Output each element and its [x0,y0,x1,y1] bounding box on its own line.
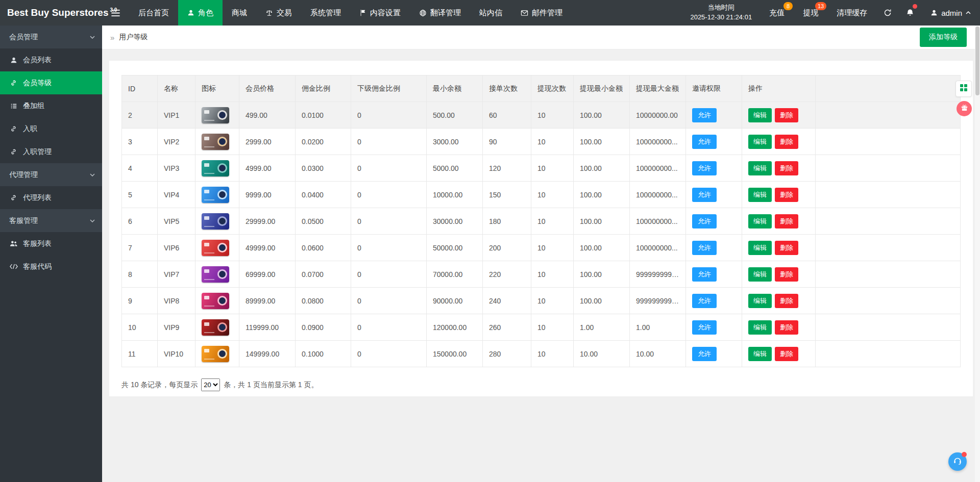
edit-button[interactable]: 编辑 [748,135,772,149]
edit-button[interactable]: 编辑 [748,161,772,175]
sidebar-item-member-management[interactable]: 会员管理 [0,26,102,48]
cell-commission: 0.1000 [296,341,351,367]
notifications-button[interactable] [899,0,921,26]
delete-button[interactable]: 删除 [775,294,798,308]
vip-card-image [202,160,229,176]
card-line [204,146,214,147]
cell-max-withdraw: 10000000.00 [630,102,686,129]
cell-min-withdraw: 100.00 [574,182,630,208]
cell-min-withdraw: 100.00 [574,235,630,261]
allow-button[interactable]: 允许 [692,135,717,149]
allow-button[interactable]: 允许 [692,108,717,122]
delete-button[interactable]: 删除 [775,241,798,255]
column-settings-button[interactable] [955,81,972,97]
nav-item-content[interactable]: 内容设置 [350,0,410,26]
allow-button[interactable]: 允许 [692,347,717,361]
admin-menu[interactable]: admin [921,0,980,26]
nav-item-mail[interactable]: 邮件管理 [511,0,572,26]
delete-button[interactable]: 删除 [775,188,798,202]
sidebar-item-agent-management[interactable]: 代理管理 [0,163,102,186]
nav-item-trade[interactable]: 交易 [256,0,301,26]
delete-button[interactable]: 删除 [775,108,798,122]
edit-button[interactable]: 编辑 [748,188,772,202]
sidebar-item-service-management[interactable]: 客服管理 [0,209,102,232]
table-row: 2VIP1499.000.01000500.006010100.00100000… [122,102,961,129]
sidebar-item-onboarding[interactable]: 入职 [0,117,102,140]
card-coin [217,190,227,199]
card-coin [217,216,227,226]
edit-button[interactable]: 编辑 [748,267,772,282]
grid-icon [960,84,967,93]
allow-button[interactable]: 允许 [692,320,717,335]
recharge-button[interactable]: 充值 8 [760,0,794,26]
sidebar-item-label: 代理管理 [9,170,38,180]
delete-button[interactable]: 删除 [775,161,798,175]
sidebar-item-member-level[interactable]: 会员等级 [0,71,102,94]
delete-button[interactable]: 删除 [775,267,798,282]
delete-button[interactable]: 删除 [775,320,798,335]
delete-button[interactable]: 删除 [775,135,798,149]
refresh-button[interactable] [876,0,899,26]
content-card: ID名称图标会员价格佣金比例下级佣金比例最小余额接单次数提现次数提现最小金额提现… [109,61,973,396]
nav-item-translate[interactable]: 翻译管理 [410,0,470,26]
allow-button[interactable]: 允许 [692,241,717,255]
cell-price: 119999.00 [239,314,296,341]
column-header: 最小余额 [427,75,483,102]
allow-button[interactable]: 允许 [692,188,717,202]
delete-button[interactable]: 删除 [775,214,798,229]
nav-item-label: 角色 [198,8,213,18]
allow-button[interactable]: 允许 [692,161,717,175]
cell-min-balance: 90000.00 [427,288,483,314]
scrollbar-thumb[interactable] [975,27,979,95]
edit-button[interactable]: 编辑 [748,347,772,361]
cell-orders: 260 [483,314,531,341]
edit-button[interactable]: 编辑 [748,108,772,122]
column-header: 邀请权限 [686,75,742,102]
edit-button[interactable]: 编辑 [748,320,772,335]
cell-sub-commission: 0 [351,235,427,261]
allow-button[interactable]: 允许 [692,214,717,229]
delete-button[interactable]: 删除 [775,347,798,361]
allow-button[interactable]: 允许 [692,267,717,282]
nav-item-dashboard[interactable]: 后台首页 [129,0,178,26]
nav-item-mall[interactable]: 商城 [223,0,256,26]
nav-item-system[interactable]: 系统管理 [301,0,350,26]
sidebar-item-agent-list[interactable]: 代理列表 [0,186,102,209]
withdraw-button[interactable]: 提现 13 [794,0,827,26]
sidebar-item-service-code[interactable]: 客服代码 [0,255,102,278]
sidebar-item-member-list[interactable]: 会员列表 [0,48,102,71]
nav-item-messages[interactable]: 站内信 [470,0,511,26]
main-area: » 用户等级 添加等级 ID名称图标会员价格佣金比例下级佣金比例最小余额接单次数… [102,26,980,482]
cell-commission: 0.0500 [296,208,351,235]
user-icon [9,57,18,64]
cell-orders: 220 [483,261,531,288]
add-level-button[interactable]: 添加等级 [920,28,967,47]
edit-button[interactable]: 编辑 [748,214,772,229]
edit-button[interactable]: 编辑 [748,241,772,255]
customer-service-button[interactable] [948,452,967,471]
allow-button[interactable]: 允许 [692,294,717,308]
cell-id: 11 [122,341,158,367]
cell-actions: 编辑删除 [742,288,816,314]
vertical-scrollbar[interactable] [975,26,980,482]
cell-sub-commission: 0 [351,182,427,208]
per-page-select[interactable]: 20 [201,378,220,391]
nav-item-roles[interactable]: 角色 [178,0,223,26]
list-icon [9,103,18,110]
sidebar-item-onboarding-management[interactable]: 入职管理 [0,140,102,163]
edit-button[interactable]: 编辑 [748,294,772,308]
sidebar-toggle-button[interactable] [102,0,129,26]
sidebar-item-stack-group[interactable]: 叠加组 [0,94,102,117]
cell-actions: 编辑删除 [742,182,816,208]
translate-icon [419,9,427,17]
cell-commission: 0.0600 [296,235,351,261]
card-chip [204,322,209,326]
cell-withdraw-times: 10 [531,314,574,341]
table-row: 7VIP649999.000.0600050000.0020010100.001… [122,235,961,261]
vip-card-image [202,319,229,336]
clear-cache-button[interactable]: 清理缓存 [827,0,876,26]
cell-orders: 180 [483,208,531,235]
link-icon [9,125,18,132]
sidebar-item-service-list[interactable]: 客服列表 [0,232,102,255]
promo-float-button[interactable] [957,101,972,116]
